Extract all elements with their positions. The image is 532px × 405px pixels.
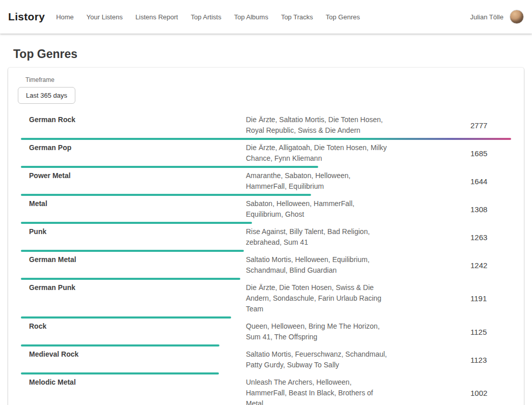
genre-artists: Sabaton, Helloween, HammerFall, Equilibr… <box>246 198 391 220</box>
nav-item-top-artists[interactable]: Top Artists <box>191 13 221 21</box>
genre-name: Medieval Rock <box>21 349 246 370</box>
genre-row: Medieval Rock Saltatio Mortis, Feuerschw… <box>21 346 511 374</box>
timeframe-label: Timeframe <box>25 76 511 83</box>
genre-row: Metal Sabaton, Helloween, HammerFall, Eq… <box>21 196 511 224</box>
genre-row: Punk Rise Against, Billy Talent, Bad Rel… <box>21 224 511 252</box>
genre-bar-track <box>21 250 511 252</box>
genre-count: 1125 <box>470 327 511 337</box>
genre-row: German Pop Die Ärzte, Alligatoah, Die To… <box>21 140 511 168</box>
genre-count: 1002 <box>470 388 511 398</box>
genre-bar-track <box>21 138 511 140</box>
genre-artists: Amaranthe, Sabaton, Helloween, HammerFal… <box>246 170 391 192</box>
genre-bar <box>21 222 252 224</box>
nav-item-top-albums[interactable]: Top Albums <box>234 13 268 21</box>
genre-artists: Unleash The Archers, Helloween, HammerFa… <box>246 377 391 405</box>
genre-bar <box>21 250 244 252</box>
genre-bar <box>21 372 219 374</box>
genre-name: Punk <box>21 226 246 248</box>
genre-bar <box>21 316 231 319</box>
genre-artists: Saltatio Mortis, Helloween, Equilibrium,… <box>246 254 391 276</box>
genre-bar-track <box>21 166 511 168</box>
top-genres-card: Timeframe Last 365 days German Rock Die … <box>8 68 524 405</box>
nav-item-top-genres[interactable]: Top Genres <box>326 13 360 21</box>
genre-bar-track <box>21 316 511 319</box>
genre-row: Rock Queen, Helloween, Bring Me The Hori… <box>21 319 511 346</box>
brand-logo[interactable]: Listory <box>8 11 45 23</box>
timeframe-filter: Timeframe Last 365 days <box>18 76 511 104</box>
nav-item-listens-report[interactable]: Listens Report <box>135 13 178 21</box>
genre-name: Metal <box>21 198 246 220</box>
user-name: Julian Tölle <box>470 13 503 21</box>
genre-count: 1308 <box>470 204 511 215</box>
genre-bar-track <box>21 194 511 196</box>
page-title: Top Genres <box>13 47 532 61</box>
genre-name: German Pop <box>21 142 246 164</box>
genre-name: Power Metal <box>21 170 246 192</box>
genre-row: German Rock Die Ärzte, Saltatio Mortis, … <box>21 112 511 140</box>
genre-bar-track <box>21 372 511 374</box>
nav-item-your-listens[interactable]: Your Listens <box>87 13 123 21</box>
genre-bar <box>21 278 240 280</box>
user-menu[interactable]: Julian Tölle <box>470 10 524 24</box>
genre-row: Melodic Metal Unleash The Archers, Hello… <box>21 374 511 405</box>
genre-row: Power Metal Amaranthe, Sabaton, Hellowee… <box>21 168 511 196</box>
genre-count: 1242 <box>470 260 511 271</box>
genre-artists: Die Ärzte, Die Toten Hosen, Swiss & Die … <box>246 282 391 314</box>
genre-name: Rock <box>21 321 246 342</box>
genre-bar-track <box>21 278 511 280</box>
user-avatar[interactable] <box>510 10 524 24</box>
genre-bar <box>21 194 311 196</box>
genre-name: Melodic Metal <box>21 377 246 405</box>
genre-artists: Die Ärzte, Alligatoah, Die Toten Hosen, … <box>246 142 391 164</box>
top-navbar: Listory Home Your Listens Listens Report… <box>0 0 532 34</box>
genre-artists: Saltatio Mortis, Feuerschwanz, Schandmau… <box>246 349 391 370</box>
genre-name: German Rock <box>21 114 246 136</box>
genre-name: German Punk <box>21 282 246 314</box>
genre-bar <box>21 138 511 140</box>
genre-bar <box>21 344 219 346</box>
genre-bar-track <box>21 222 511 224</box>
genre-artists: Die Ärzte, Saltatio Mortis, Die Toten Ho… <box>246 114 391 136</box>
genre-bar-track <box>21 344 511 346</box>
genre-count: 1644 <box>470 176 511 187</box>
genre-bar <box>21 166 318 168</box>
nav-item-top-tracks[interactable]: Top Tracks <box>281 13 313 21</box>
genre-count: 1685 <box>470 148 511 159</box>
genre-artists: Queen, Helloween, Bring Me The Horizon, … <box>246 321 391 342</box>
nav-item-home[interactable]: Home <box>56 13 74 21</box>
genre-artists: Rise Against, Billy Talent, Bad Religion… <box>246 226 391 248</box>
timeframe-select[interactable]: Last 365 days <box>18 87 75 104</box>
nav-links: Home Your Listens Listens Report Top Art… <box>56 13 360 21</box>
genre-count: 2777 <box>470 120 511 131</box>
genre-count: 1263 <box>470 232 511 243</box>
genre-row: German Punk Die Ärzte, Die Toten Hosen, … <box>21 280 511 319</box>
genre-name: German Metal <box>21 254 246 276</box>
genre-count: 1191 <box>470 293 511 304</box>
genre-table: German Rock Die Ärzte, Saltatio Mortis, … <box>21 112 511 405</box>
genre-row: German Metal Saltatio Mortis, Helloween,… <box>21 252 511 280</box>
genre-count: 1123 <box>470 355 511 365</box>
